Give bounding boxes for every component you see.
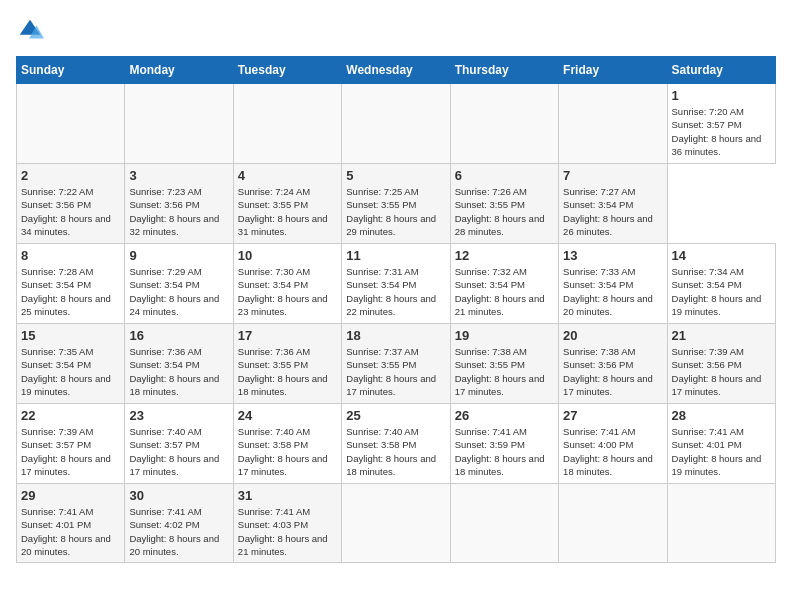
empty-cell bbox=[125, 84, 233, 164]
day-number: 1 bbox=[672, 88, 771, 103]
calendar-week-row: 8Sunrise: 7:28 AMSunset: 3:54 PMDaylight… bbox=[17, 244, 776, 324]
empty-cell bbox=[450, 84, 558, 164]
calendar-day-cell: 22Sunrise: 7:39 AMSunset: 3:57 PMDayligh… bbox=[17, 404, 125, 484]
day-number: 8 bbox=[21, 248, 120, 263]
day-number: 15 bbox=[21, 328, 120, 343]
weekday-header: Saturday bbox=[667, 57, 775, 84]
empty-cell bbox=[342, 84, 450, 164]
calendar-day-cell: 8Sunrise: 7:28 AMSunset: 3:54 PMDaylight… bbox=[17, 244, 125, 324]
day-number: 12 bbox=[455, 248, 554, 263]
calendar-table: SundayMondayTuesdayWednesdayThursdayFrid… bbox=[16, 56, 776, 563]
day-info: Sunrise: 7:40 AMSunset: 3:58 PMDaylight:… bbox=[238, 426, 328, 477]
calendar-day-cell: 24Sunrise: 7:40 AMSunset: 3:58 PMDayligh… bbox=[233, 404, 341, 484]
day-info: Sunrise: 7:26 AMSunset: 3:55 PMDaylight:… bbox=[455, 186, 545, 237]
day-info: Sunrise: 7:41 AMSunset: 4:00 PMDaylight:… bbox=[563, 426, 653, 477]
day-info: Sunrise: 7:28 AMSunset: 3:54 PMDaylight:… bbox=[21, 266, 111, 317]
day-number: 23 bbox=[129, 408, 228, 423]
day-number: 2 bbox=[21, 168, 120, 183]
calendar-week-row: 15Sunrise: 7:35 AMSunset: 3:54 PMDayligh… bbox=[17, 324, 776, 404]
day-info: Sunrise: 7:35 AMSunset: 3:54 PMDaylight:… bbox=[21, 346, 111, 397]
empty-cell bbox=[17, 84, 125, 164]
day-number: 11 bbox=[346, 248, 445, 263]
day-number: 28 bbox=[672, 408, 771, 423]
calendar-day-cell: 21Sunrise: 7:39 AMSunset: 3:56 PMDayligh… bbox=[667, 324, 775, 404]
day-number: 14 bbox=[672, 248, 771, 263]
day-info: Sunrise: 7:41 AMSunset: 4:01 PMDaylight:… bbox=[672, 426, 762, 477]
calendar-day-cell: 1Sunrise: 7:20 AMSunset: 3:57 PMDaylight… bbox=[667, 84, 775, 164]
day-number: 7 bbox=[563, 168, 662, 183]
calendar-day-cell: 3Sunrise: 7:23 AMSunset: 3:56 PMDaylight… bbox=[125, 164, 233, 244]
calendar-day-cell: 29Sunrise: 7:41 AMSunset: 4:01 PMDayligh… bbox=[17, 484, 125, 563]
empty-cell bbox=[559, 84, 667, 164]
calendar-day-cell: 10Sunrise: 7:30 AMSunset: 3:54 PMDayligh… bbox=[233, 244, 341, 324]
calendar-day-cell: 25Sunrise: 7:40 AMSunset: 3:58 PMDayligh… bbox=[342, 404, 450, 484]
day-number: 9 bbox=[129, 248, 228, 263]
day-number: 20 bbox=[563, 328, 662, 343]
calendar-day-cell: 26Sunrise: 7:41 AMSunset: 3:59 PMDayligh… bbox=[450, 404, 558, 484]
calendar-day-cell: 6Sunrise: 7:26 AMSunset: 3:55 PMDaylight… bbox=[450, 164, 558, 244]
day-number: 31 bbox=[238, 488, 337, 503]
calendar-day-cell: 27Sunrise: 7:41 AMSunset: 4:00 PMDayligh… bbox=[559, 404, 667, 484]
calendar-day-cell: 15Sunrise: 7:35 AMSunset: 3:54 PMDayligh… bbox=[17, 324, 125, 404]
calendar-day-cell: 12Sunrise: 7:32 AMSunset: 3:54 PMDayligh… bbox=[450, 244, 558, 324]
calendar-day-cell: 13Sunrise: 7:33 AMSunset: 3:54 PMDayligh… bbox=[559, 244, 667, 324]
day-number: 17 bbox=[238, 328, 337, 343]
calendar-day-cell: 19Sunrise: 7:38 AMSunset: 3:55 PMDayligh… bbox=[450, 324, 558, 404]
calendar-day-cell: 5Sunrise: 7:25 AMSunset: 3:55 PMDaylight… bbox=[342, 164, 450, 244]
calendar-day-cell bbox=[667, 484, 775, 563]
day-number: 13 bbox=[563, 248, 662, 263]
day-number: 22 bbox=[21, 408, 120, 423]
day-number: 26 bbox=[455, 408, 554, 423]
logo-icon bbox=[16, 16, 44, 44]
day-number: 19 bbox=[455, 328, 554, 343]
weekday-header: Thursday bbox=[450, 57, 558, 84]
weekday-header: Monday bbox=[125, 57, 233, 84]
calendar-day-cell: 9Sunrise: 7:29 AMSunset: 3:54 PMDaylight… bbox=[125, 244, 233, 324]
day-number: 10 bbox=[238, 248, 337, 263]
day-info: Sunrise: 7:31 AMSunset: 3:54 PMDaylight:… bbox=[346, 266, 436, 317]
day-info: Sunrise: 7:22 AMSunset: 3:56 PMDaylight:… bbox=[21, 186, 111, 237]
day-info: Sunrise: 7:38 AMSunset: 3:56 PMDaylight:… bbox=[563, 346, 653, 397]
day-info: Sunrise: 7:38 AMSunset: 3:55 PMDaylight:… bbox=[455, 346, 545, 397]
page-header bbox=[16, 16, 776, 44]
day-number: 16 bbox=[129, 328, 228, 343]
weekday-header: Wednesday bbox=[342, 57, 450, 84]
day-info: Sunrise: 7:30 AMSunset: 3:54 PMDaylight:… bbox=[238, 266, 328, 317]
day-info: Sunrise: 7:36 AMSunset: 3:54 PMDaylight:… bbox=[129, 346, 219, 397]
day-info: Sunrise: 7:23 AMSunset: 3:56 PMDaylight:… bbox=[129, 186, 219, 237]
day-number: 3 bbox=[129, 168, 228, 183]
day-info: Sunrise: 7:39 AMSunset: 3:56 PMDaylight:… bbox=[672, 346, 762, 397]
weekday-header: Friday bbox=[559, 57, 667, 84]
day-info: Sunrise: 7:25 AMSunset: 3:55 PMDaylight:… bbox=[346, 186, 436, 237]
calendar-header-row: SundayMondayTuesdayWednesdayThursdayFrid… bbox=[17, 57, 776, 84]
calendar-week-row: 1Sunrise: 7:20 AMSunset: 3:57 PMDaylight… bbox=[17, 84, 776, 164]
day-info: Sunrise: 7:41 AMSunset: 4:01 PMDaylight:… bbox=[21, 506, 111, 557]
calendar-day-cell: 14Sunrise: 7:34 AMSunset: 3:54 PMDayligh… bbox=[667, 244, 775, 324]
day-info: Sunrise: 7:37 AMSunset: 3:55 PMDaylight:… bbox=[346, 346, 436, 397]
day-info: Sunrise: 7:41 AMSunset: 3:59 PMDaylight:… bbox=[455, 426, 545, 477]
day-number: 6 bbox=[455, 168, 554, 183]
day-number: 4 bbox=[238, 168, 337, 183]
calendar-day-cell: 31Sunrise: 7:41 AMSunset: 4:03 PMDayligh… bbox=[233, 484, 341, 563]
calendar-day-cell: 17Sunrise: 7:36 AMSunset: 3:55 PMDayligh… bbox=[233, 324, 341, 404]
calendar-week-row: 2Sunrise: 7:22 AMSunset: 3:56 PMDaylight… bbox=[17, 164, 776, 244]
calendar-week-row: 22Sunrise: 7:39 AMSunset: 3:57 PMDayligh… bbox=[17, 404, 776, 484]
day-info: Sunrise: 7:33 AMSunset: 3:54 PMDaylight:… bbox=[563, 266, 653, 317]
day-info: Sunrise: 7:20 AMSunset: 3:57 PMDaylight:… bbox=[672, 106, 762, 157]
day-number: 29 bbox=[21, 488, 120, 503]
calendar-day-cell: 18Sunrise: 7:37 AMSunset: 3:55 PMDayligh… bbox=[342, 324, 450, 404]
day-number: 25 bbox=[346, 408, 445, 423]
calendar-day-cell: 16Sunrise: 7:36 AMSunset: 3:54 PMDayligh… bbox=[125, 324, 233, 404]
calendar-week-row: 29Sunrise: 7:41 AMSunset: 4:01 PMDayligh… bbox=[17, 484, 776, 563]
day-number: 18 bbox=[346, 328, 445, 343]
calendar-day-cell: 7Sunrise: 7:27 AMSunset: 3:54 PMDaylight… bbox=[559, 164, 667, 244]
calendar-day-cell: 20Sunrise: 7:38 AMSunset: 3:56 PMDayligh… bbox=[559, 324, 667, 404]
calendar-day-cell: 4Sunrise: 7:24 AMSunset: 3:55 PMDaylight… bbox=[233, 164, 341, 244]
calendar-day-cell: 11Sunrise: 7:31 AMSunset: 3:54 PMDayligh… bbox=[342, 244, 450, 324]
day-info: Sunrise: 7:41 AMSunset: 4:03 PMDaylight:… bbox=[238, 506, 328, 557]
calendar-day-cell bbox=[342, 484, 450, 563]
weekday-header: Tuesday bbox=[233, 57, 341, 84]
calendar-day-cell: 23Sunrise: 7:40 AMSunset: 3:57 PMDayligh… bbox=[125, 404, 233, 484]
calendar-day-cell bbox=[450, 484, 558, 563]
empty-cell bbox=[233, 84, 341, 164]
